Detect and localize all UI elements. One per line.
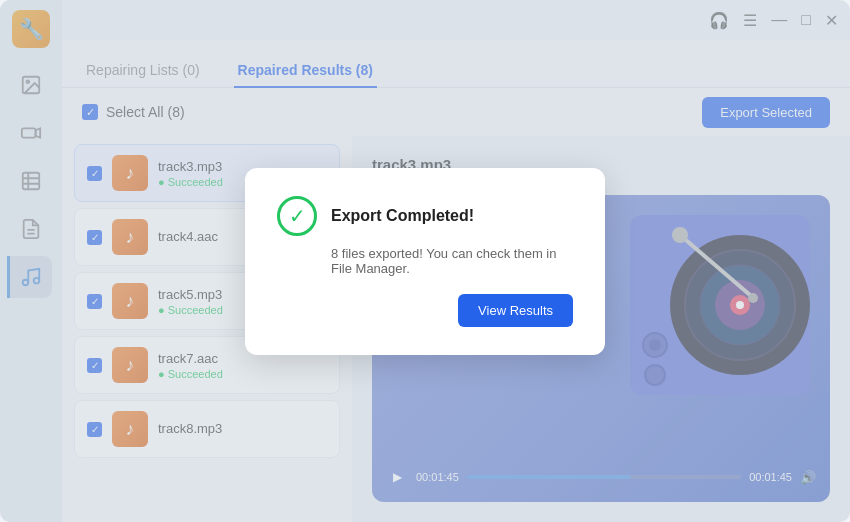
modal-header: ✓ Export Completed!	[277, 196, 573, 236]
app-window: 🔧 🎧 ☰ — □ ✕ Repairing Lists (0)	[0, 0, 850, 522]
success-icon: ✓	[277, 196, 317, 236]
modal-body: 8 files exported! You can check them in …	[331, 246, 573, 276]
modal-footer: View Results	[277, 294, 573, 327]
modal-overlay: ✓ Export Completed! 8 files exported! Yo…	[0, 0, 850, 522]
modal-title: Export Completed!	[331, 207, 474, 225]
export-completed-modal: ✓ Export Completed! 8 files exported! Yo…	[245, 168, 605, 355]
view-results-button[interactable]: View Results	[458, 294, 573, 327]
